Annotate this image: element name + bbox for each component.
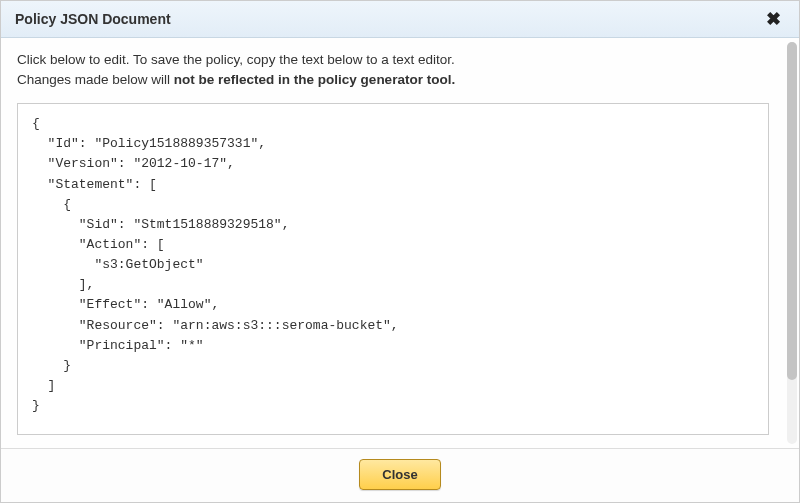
dialog-body-wrap: Click below to edit. To save the policy,… <box>1 38 799 448</box>
dialog-title: Policy JSON Document <box>15 11 171 27</box>
dialog-footer: Close <box>1 448 799 502</box>
policy-json-editor[interactable]: { "Id": "Policy1518889357331", "Version"… <box>17 103 769 435</box>
instructions-line2-bold: not be reflected in the policy generator… <box>174 72 455 87</box>
scrollbar-thumb[interactable] <box>787 42 797 380</box>
dialog-body: Click below to edit. To save the policy,… <box>1 38 785 448</box>
scrollbar-track[interactable] <box>787 42 797 444</box>
policy-json-dialog: Policy JSON Document ✖ Click below to ed… <box>0 0 800 503</box>
instructions-text: Click below to edit. To save the policy,… <box>17 50 769 89</box>
instructions-line1: Click below to edit. To save the policy,… <box>17 52 455 67</box>
dialog-header: Policy JSON Document ✖ <box>1 1 799 38</box>
instructions-line2-prefix: Changes made below will <box>17 72 174 87</box>
close-button[interactable]: Close <box>359 459 440 490</box>
close-icon[interactable]: ✖ <box>762 10 785 28</box>
